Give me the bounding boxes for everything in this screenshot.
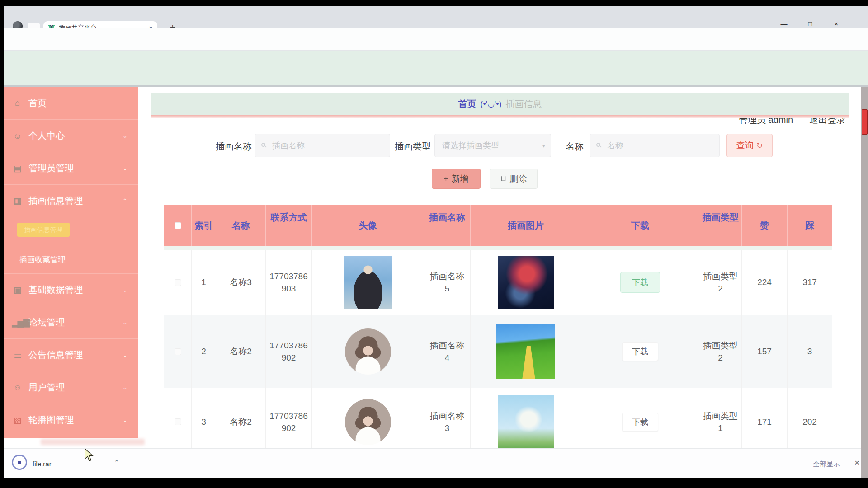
select-all-checkbox[interactable] [175,222,181,229]
cell-index: 1 [192,250,216,315]
cell-illustration-image [471,388,581,456]
scrollbar-thumb[interactable] [862,109,868,135]
row-checkbox-cell [164,388,192,456]
search-icon [261,143,265,147]
sidebar: ⌂ 首页 ☺ 个人中心 ⌄ ▤ 管理员管理 ⌄ ▦ 插画信息管理 ⌃ 插画信息管… [4,87,138,438]
type-value: 插画类型1 [702,410,739,434]
col-header-avatar: 头像 [312,205,424,246]
col-header-type: 插画类型 [699,205,742,246]
download-button[interactable]: 下载 [620,272,660,293]
illustration-image [498,256,554,309]
sidebar-item-carousel[interactable]: ▧ 轮播图管理 ⌄ [4,404,138,436]
download-caret-icon[interactable]: ⌃ [114,459,119,466]
illustration-name-value: 插画名称5 [428,270,466,295]
download-button[interactable]: 下载 [622,342,658,361]
screenshot-root: { "browser": { "tab": {"title": "插画共享平台"… [0,0,868,488]
chevron-down-icon: ⌄ [123,417,127,423]
sidebar-item-home[interactable]: ⌂ 首页 [4,87,138,119]
cell-download: 下载 [581,315,699,388]
col-header-illustration-image: 插画图片 [471,205,581,246]
sidebar-item-announcement[interactable]: ☰ 公告信息管理 ⌄ [4,338,138,371]
type-value: 插画类型2 [702,339,739,364]
sidebar-item-forum[interactable]: ▂▅▇ 论坛管理 ⌄ [4,306,138,338]
avatar-image [345,399,391,445]
chevron-down-icon: ⌄ [123,132,127,139]
refresh-icon: ↻ [756,141,763,150]
illustration-name-input[interactable] [255,134,390,157]
user-icon: ☺ [12,383,23,393]
table-header-row: 索引 名称 联系方式 头像 插画名称 插画图片 下载 插画类型 赞 踩 [164,205,832,246]
sidebar-item-label: 个人中心 [28,130,65,142]
header-checkbox-cell [164,205,192,246]
downloaded-file-name[interactable]: file.rar [33,460,52,468]
cell-name: 名称3 [216,250,266,315]
sidebar-item-personal-center[interactable]: ☺ 个人中心 ⌄ [4,119,138,152]
chevron-down-icon: ⌄ [123,352,127,358]
letterbox-top [0,0,868,6]
table-row: 1 名称3 17703786903 插画名称5 下载 插画类型2 224 317 [164,250,832,315]
row-checkbox[interactable] [175,418,181,425]
contact-value: 17703786903 [268,270,309,295]
cell-avatar [312,315,424,388]
cell-index: 2 [192,315,216,388]
chevron-down-icon: ⌄ [123,319,127,326]
cell-avatar [312,388,424,456]
download-bar-close-icon[interactable]: × [854,458,859,468]
sidebar-item-illustration-info[interactable]: ▦ 插画信息管理 ⌃ [4,184,138,217]
mouse-cursor [84,448,94,462]
sidebar-item-user-management[interactable]: ☺ 用户管理 ⌄ [4,371,138,404]
name-input[interactable] [590,134,719,157]
submenu-item-illustration-favorites[interactable]: 插画收藏管理 [4,246,138,274]
illustration-name-value: 插画名称4 [428,339,466,364]
search-label-name: 名称 [566,141,584,153]
rar-file-icon[interactable] [12,455,27,470]
sidebar-item-base-data[interactable]: ▣ 基础数据管理 ⌄ [4,273,138,306]
cell-likes: 171 [742,388,788,456]
select-placeholder: 请选择插画类型 [442,140,499,151]
query-button[interactable]: 查询 ↻ [726,134,773,157]
breadcrumb-home-link[interactable]: 首页 [458,98,476,110]
cell-dislikes: 202 [788,388,832,456]
sidebar-item-label: 用户管理 [28,381,65,394]
col-header-download: 下载 [581,205,699,246]
list-icon: ☰ [12,350,23,360]
cell-contact: 17703786902 [266,315,312,388]
briefcase-icon: ▤ [12,163,23,174]
row-checkbox[interactable] [175,279,181,286]
delete-button[interactable]: ⊔ 删除 [490,169,538,189]
row-checkbox[interactable] [175,348,181,355]
app-header: 插画共享平台 管理员 admin 退出登录 [4,51,868,85]
plus-icon: + [444,174,448,183]
scrollbar-track[interactable] [861,87,868,478]
cell-likes: 157 [742,315,788,388]
chevron-down-icon: ⌄ [123,165,127,172]
col-header-name: 名称 [216,205,266,246]
browser-address-bar: ← → ↻ i localhost:8081/#/chahua ☆ ⋮ [4,28,868,51]
col-header-illustration-name: 插画名称 [424,205,471,246]
chevron-up-icon: ⌃ [123,197,127,204]
row-checkbox-cell [164,315,192,388]
chevron-down-icon: ⌄ [123,286,127,293]
cell-contact: 17703786902 [266,388,312,456]
row-checkbox-cell [164,250,192,315]
show-all-downloads-link[interactable]: 全部显示 [813,460,840,469]
bar-chart-icon: ▂▅▇ [12,317,23,328]
cell-type: 插画类型2 [699,250,742,315]
download-button[interactable]: 下载 [622,413,658,432]
col-header-likes: 赞 [742,205,788,246]
breadcrumb-border [151,115,849,118]
sidebar-item-admin-management[interactable]: ▤ 管理员管理 ⌄ [4,152,138,184]
cell-download: 下载 [581,388,699,456]
home-icon: ⌂ [12,98,23,108]
monitor-icon: ▣ [12,285,23,295]
sidebar-item-label: 论坛管理 [28,316,65,328]
col-header-contact: 联系方式 [266,205,312,246]
illustration-name-value: 插画名称3 [428,410,466,434]
submenu-item-illustration-info-selected[interactable]: 插画信息管理 [17,223,70,237]
table-row: 3 名称2 17703786902 插画名称3 下载 插画类型1 171 202 [164,388,832,456]
illustration-type-select[interactable]: 请选择插画类型 ▾ [434,134,551,157]
add-button[interactable]: + 新增 [432,169,481,189]
cell-name: 名称2 [216,315,266,388]
col-header-dislikes: 踩 [788,205,832,246]
sidebar-item-label: 轮播图管理 [28,414,74,426]
